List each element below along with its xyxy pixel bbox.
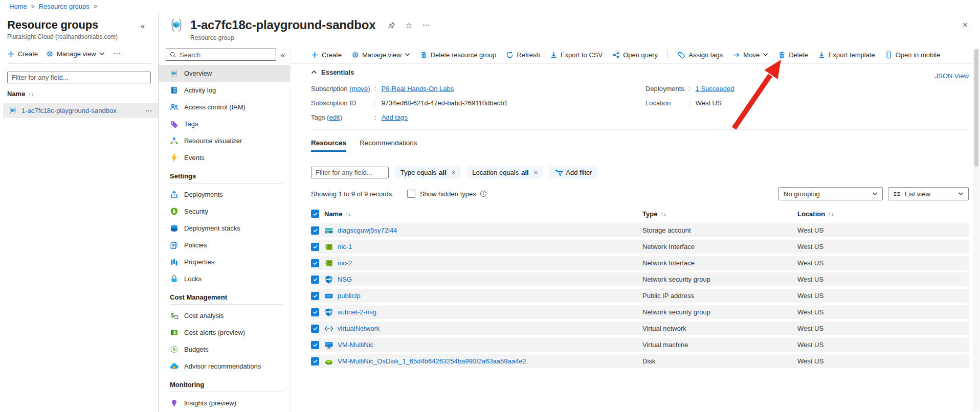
add-filter-button[interactable]: Add filter [549, 166, 597, 178]
menu-item-activity-log[interactable]: Activity log [159, 82, 290, 99]
row-checkbox[interactable] [311, 341, 319, 349]
tab-resources[interactable]: Resources [311, 139, 346, 152]
row-checkbox[interactable] [311, 226, 319, 235]
menu-item-cost-alerts[interactable]: Cost alerts (preview) [159, 324, 290, 341]
menu-item-policies[interactable]: Policies [159, 237, 290, 254]
refresh-button[interactable]: Refresh [506, 51, 540, 59]
table-row[interactable]: nic-2 Network Interface West US [311, 256, 969, 270]
close-blade-icon[interactable]: × [963, 20, 968, 30]
favorite-star-icon[interactable]: ☆ [405, 20, 412, 30]
resource-link[interactable]: subnet-2-nsg [338, 308, 376, 316]
row-checkbox[interactable] [311, 292, 319, 300]
essentials-toggle[interactable]: Essentials [311, 68, 969, 76]
resource-group-link[interactable]: 1-ac7fc18c-playground-sandbox [21, 107, 117, 115]
table-row[interactable]: diagscguwj5sy72l44 Storage account West … [311, 223, 969, 237]
move-link[interactable]: (move) [349, 85, 370, 93]
row-checkbox[interactable] [311, 259, 319, 267]
name-column-header[interactable]: Name↑↓ [7, 90, 151, 98]
tab-recommendations[interactable]: Recommendations [360, 139, 417, 152]
resource-link[interactable]: VM-MultiNic_OsDisk_1_65d4b64263254ba990f… [338, 357, 526, 365]
menu-search-input[interactable] [180, 51, 273, 59]
menu-item-insights[interactable]: Insights (preview) [159, 395, 290, 411]
open-in-mobile-button[interactable]: Open in mobile [885, 51, 940, 59]
pin-icon[interactable] [388, 21, 395, 29]
open-query-button[interactable]: Open query [612, 51, 658, 59]
header-more-options-icon[interactable]: ⋯ [422, 20, 431, 30]
scrollbar-thumb[interactable] [974, 49, 978, 167]
resource-link[interactable]: publicIp [338, 292, 361, 300]
resource-link[interactable]: diagscguwj5sy72l44 [338, 226, 397, 234]
manage-view-button[interactable]: Manage view [351, 51, 410, 59]
row-checkbox[interactable] [311, 243, 319, 251]
delete-resource-group-button[interactable]: Delete resource group [420, 51, 497, 59]
name-column-header[interactable]: Name↑↓ [324, 210, 642, 218]
row-checkbox[interactable] [311, 308, 319, 316]
vertical-scrollbar[interactable] [973, 48, 979, 411]
menu-item-advisor-recommendations[interactable]: Advisor recommendations [159, 358, 290, 375]
table-row[interactable]: subnet-2-nsg Network security group West… [311, 305, 969, 319]
move-button[interactable]: Move [732, 51, 768, 59]
edit-tags-link[interactable]: (edit) [327, 113, 342, 121]
menu-item-tags[interactable]: Tags [159, 116, 290, 132]
add-tags-link[interactable]: Add tags [382, 113, 408, 121]
menu-item-locks[interactable]: Locks [159, 270, 290, 287]
select-all-checkbox[interactable] [311, 210, 319, 218]
menu-item-properties[interactable]: Properties [159, 254, 290, 270]
show-hidden-types-checkbox[interactable] [407, 190, 415, 198]
menu-item-events[interactable]: Events [159, 149, 290, 166]
table-row[interactable]: nic-1 Network Interface West US [311, 240, 969, 254]
type-column-header[interactable]: Type↑↓ [642, 210, 797, 218]
row-checkbox[interactable] [311, 357, 319, 365]
resource-link[interactable]: virtualNetwork [338, 325, 380, 332]
export-csv-button[interactable]: Export to CSV [550, 51, 603, 59]
table-row[interactable]: VM-MultiNic_OsDisk_1_65d4b64263254ba990f… [311, 354, 969, 368]
menu-search-box[interactable] [166, 49, 276, 61]
breadcrumb-resource-groups-link[interactable]: Resource groups [39, 3, 90, 10]
resource-link[interactable]: nic-2 [338, 259, 352, 267]
info-icon[interactable] [480, 190, 487, 197]
deployments-link[interactable]: 1 Succeeded [696, 85, 734, 93]
menu-item-cost-analysis[interactable]: Cost analysis [159, 307, 290, 324]
delete-button[interactable]: Delete [778, 51, 808, 59]
row-checkbox[interactable] [311, 276, 319, 284]
create-button[interactable]: Create [311, 51, 342, 59]
remove-filter-icon[interactable]: × [534, 169, 538, 176]
resource-link[interactable]: NSG [338, 276, 352, 283]
resources-filter-input[interactable] [311, 167, 389, 178]
row-checkbox[interactable] [311, 325, 319, 333]
table-row[interactable]: NSG Network security group West US [311, 272, 969, 286]
subscription-id-value: 9734ed68-621d-47ed-babd-269110dbacb1 [382, 99, 508, 107]
resource-link[interactable]: VM-MultiNic [338, 341, 373, 349]
grouping-dropdown[interactable]: No grouping [778, 187, 883, 200]
location-column-header[interactable]: Location↑↓ [797, 210, 969, 218]
view-dropdown[interactable]: List view [888, 187, 969, 200]
manage-view-button[interactable]: Manage view [46, 50, 105, 58]
create-resource-group-button[interactable]: Create [7, 50, 38, 58]
table-row[interactable]: VM-MultiNic Virtual machine West US [311, 338, 969, 352]
breadcrumb-home-link[interactable]: Home [9, 3, 27, 10]
subscription-link[interactable]: P8-Real Hands-On Labs [382, 85, 454, 93]
type-filter-pill[interactable]: Type equalsall × [395, 166, 460, 178]
collapse-panel-icon[interactable]: « [141, 21, 145, 30]
menu-item-security[interactable]: Security [159, 203, 290, 220]
table-row[interactable]: virtualNetwork Virtual network West US [311, 322, 969, 335]
resource-group-list-item[interactable]: 1-ac7fc18c-playground-sandbox ⋯ [3, 103, 158, 118]
location-filter-pill[interactable]: Location equalsall × [467, 166, 543, 178]
collapse-menu-icon[interactable]: « [281, 51, 285, 59]
menu-item-access-control[interactable]: Access control (IAM) [159, 99, 290, 116]
resource-groups-filter-input[interactable] [7, 72, 151, 83]
directory-label: Pluralsight Cloud (realhandsonlabs.com) [7, 33, 151, 40]
row-more-options-icon[interactable]: ⋯ [145, 106, 153, 115]
menu-item-deployment-stacks[interactable]: Deployment stacks [159, 220, 290, 237]
menu-item-budgets[interactable]: Budgets [159, 341, 290, 358]
more-options-icon[interactable]: ⋯ [113, 49, 121, 58]
remove-filter-icon[interactable]: × [452, 169, 456, 176]
json-view-link[interactable]: JSON View [935, 72, 969, 80]
export-template-button[interactable]: Export template [818, 51, 875, 59]
resource-link[interactable]: nic-1 [338, 243, 352, 250]
table-row[interactable]: publicIp Public IP address West US [311, 289, 969, 303]
menu-item-deployments[interactable]: Deployments [159, 186, 290, 203]
menu-item-resource-visualizer[interactable]: Resource visualizer [159, 132, 290, 149]
menu-item-overview[interactable]: Overview [159, 65, 290, 82]
assign-tags-button[interactable]: Assign tags [678, 51, 723, 59]
